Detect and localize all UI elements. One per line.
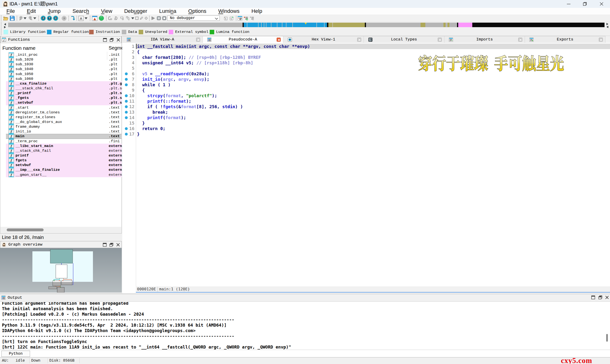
- output-float-button[interactable]: [598, 295, 602, 299]
- minimize-button[interactable]: [561, 0, 576, 8]
- function-row[interactable]: f _setvbuf.plt.s: [0, 100, 121, 105]
- jump-down-button[interactable]: [70, 15, 75, 21]
- functions-float-button[interactable]: [110, 38, 114, 42]
- menu-help[interactable]: Help: [246, 8, 268, 14]
- navband-right-up-icon[interactable]: [606, 23, 608, 25]
- breakpoint-dot[interactable]: [125, 133, 128, 136]
- navband-scroll-right-icon[interactable]: [4, 26, 6, 28]
- breakpoint-dot[interactable]: [125, 72, 128, 75]
- graph-minimap[interactable]: [0, 248, 122, 293]
- function-row[interactable]: f __stack_chk_failextern: [0, 148, 121, 153]
- python-cli-button[interactable]: Python: [1, 351, 30, 357]
- breakpoint-dot[interactable]: [125, 111, 128, 114]
- functions-maximize-button[interactable]: [103, 38, 107, 42]
- breakpoint-dot[interactable]: [125, 105, 128, 108]
- stop-process-button[interactable]: [162, 15, 166, 21]
- undo-history-button[interactable]: [19, 15, 23, 21]
- function-row[interactable]: f register_tm_clones.text: [0, 115, 121, 120]
- menu-options[interactable]: Options: [182, 8, 212, 14]
- text-options-button[interactable]: A: [78, 15, 84, 21]
- graph-view-button[interactable]: [92, 15, 97, 21]
- column-header-segment[interactable]: Segme: [109, 45, 124, 51]
- function-row[interactable]: f _printf.plt.s: [0, 91, 121, 95]
- breakpoint-dot[interactable]: [125, 127, 128, 130]
- function-row[interactable]: f sub_1050.plt: [0, 72, 121, 77]
- start-process-button[interactable]: [151, 15, 155, 21]
- graph-close-button[interactable]: [116, 243, 120, 247]
- menu-windows[interactable]: Windows: [212, 8, 246, 14]
- tab-pseudocode-a[interactable]: Pseudocode-A: [203, 36, 283, 43]
- function-row[interactable]: f sub_1060.plt: [0, 77, 121, 81]
- attach-c2-button[interactable]: C: [230, 15, 234, 21]
- function-row[interactable]: f __imp___cxa_finalizeextern: [0, 168, 121, 172]
- toolbar-handle[interactable]: [1, 15, 1, 21]
- jump-xref-button[interactable]: [53, 15, 58, 21]
- tab-ida-view-a[interactable]: IDA View-A: [122, 36, 203, 43]
- list-view-button-2[interactable]: [244, 15, 248, 21]
- function-row[interactable]: f _init_proc.init: [0, 52, 121, 57]
- tab-close-button[interactable]: [357, 38, 361, 42]
- breakpoint-dot[interactable]: [125, 78, 128, 81]
- undo-dropdown[interactable]: [24, 15, 26, 21]
- jump-address-button[interactable]: #: [40, 15, 46, 21]
- redo-dropdown[interactable]: [33, 15, 36, 21]
- menu-jump[interactable]: Jump: [42, 8, 66, 14]
- function-row[interactable]: f frame_dummy.text: [0, 124, 121, 129]
- tab-exports[interactable]: Exports: [525, 36, 606, 43]
- debugger-button-1[interactable]: [108, 15, 112, 21]
- debugger-dropdown[interactable]: [131, 15, 134, 21]
- list-view-button-3[interactable]: [249, 15, 254, 21]
- tab-close-button[interactable]: [277, 38, 281, 42]
- function-row[interactable]: f sub_1020.plt: [0, 57, 121, 62]
- functions-hscrollbar[interactable]: [0, 227, 121, 233]
- debugger-button-3[interactable]: [120, 15, 124, 21]
- column-header-function-name[interactable]: Function name: [2, 45, 36, 51]
- save-button[interactable]: [10, 15, 15, 21]
- menu-edit[interactable]: Edit: [21, 8, 42, 14]
- redo-history-button[interactable]: [28, 15, 33, 21]
- output-log[interactable]: Function argument information has been p…: [2, 302, 607, 350]
- close-button[interactable]: [594, 0, 609, 8]
- graph-float-button[interactable]: [109, 243, 113, 247]
- function-row[interactable]: f printfextern: [0, 153, 121, 158]
- graph-maximize-button[interactable]: [103, 243, 107, 247]
- jump-name-button[interactable]: T: [47, 15, 52, 21]
- function-row[interactable]: f sub_1040.plt: [0, 67, 121, 71]
- tab-local-types[interactable]: Local Types: [364, 36, 444, 43]
- attach-c1-button[interactable]: C: [223, 15, 228, 21]
- breakpoint-dot[interactable]: [125, 83, 128, 86]
- debugger-button-6[interactable]: [139, 15, 143, 21]
- function-row[interactable]: f _fgets.plt.s: [0, 95, 121, 100]
- navband-right-down-icon[interactable]: [606, 26, 608, 28]
- breakpoint-dot[interactable]: [125, 116, 128, 119]
- menu-debugger[interactable]: Debugger: [118, 8, 153, 14]
- tab-close-button[interactable]: [518, 38, 522, 42]
- tab-close-button[interactable]: [438, 38, 442, 42]
- function-row[interactable]: f _term_proc.fini: [0, 139, 121, 144]
- maximize-button[interactable]: [577, 0, 592, 8]
- lumina-button[interactable]: [99, 15, 104, 21]
- debugger-button-2[interactable]: [114, 15, 118, 21]
- breakpoint-dot[interactable]: [125, 94, 128, 97]
- list-view-button-1[interactable]: [238, 15, 242, 21]
- function-row[interactable]: f init_io.text: [0, 129, 121, 134]
- function-row[interactable]: f _start.text: [0, 105, 121, 110]
- navband-scroll-left-icon[interactable]: [4, 23, 6, 26]
- function-row[interactable]: f __do_global_dtors_aux.text: [0, 120, 121, 124]
- menu-search[interactable]: Search: [66, 8, 95, 14]
- function-row[interactable]: f main.text: [0, 134, 121, 139]
- text-options-dropdown[interactable]: [85, 15, 88, 21]
- pause-process-button[interactable]: [157, 15, 161, 21]
- debugger-combo[interactable]: No debugger: [167, 15, 220, 21]
- function-row[interactable]: f fgetsextern: [0, 158, 121, 163]
- output-vscrollbar-thumb[interactable]: [606, 334, 608, 342]
- function-row[interactable]: f ___stack_chk_fail.plt.se: [0, 86, 121, 91]
- functions-hscrollbar-thumb[interactable]: [7, 228, 44, 231]
- jump-next-button[interactable]: [62, 15, 67, 21]
- legend-handle[interactable]: [1, 29, 1, 35]
- debugger-button-7[interactable]: [144, 15, 148, 21]
- python-cli-input[interactable]: [31, 351, 609, 357]
- menu-view[interactable]: View: [95, 8, 118, 14]
- function-row[interactable]: f __cxa_finalize.plt.g: [0, 81, 121, 86]
- function-row[interactable]: f deregister_tm_clones.text: [0, 110, 121, 115]
